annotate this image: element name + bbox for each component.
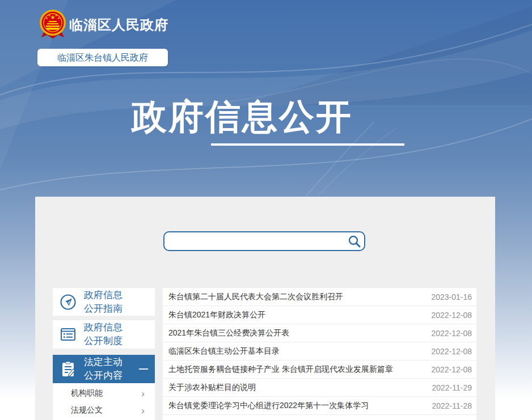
sidebar-subitem-agency-functions[interactable]: 机构职能 › [53,385,155,402]
article-row[interactable]: 关于涉农补贴栏目的说明 2022-11-29 [163,379,476,397]
sidebar-item-label: 公开指南 [84,302,123,316]
article-title[interactable]: 朱台镇2021年财政决算公开 [168,310,424,320]
article-date: 2023-01-16 [431,292,472,302]
article-title[interactable]: 土地托管服务耦合链接种子产业 朱台镇开启现代农业发展新篇章 [168,364,424,375]
subitem-label: 机构职能 [71,388,103,398]
article-date: 2022-11-29 [432,383,472,392]
sidebar-item-statutory-disclosure[interactable]: 法定主动 公开内容 — [53,355,155,383]
svg-text:★: ★ [48,14,51,17]
article-date: 2022-12-08 [431,311,472,320]
sidebar-item-label: 政府信息 [84,321,123,334]
sidebar-submenu: 机构职能 › 法规公文 › [53,383,155,420]
article-list: 朱台镇第二十届人民代表大会第二次会议胜利召开 2023-01-16 朱台镇202… [163,288,476,420]
sidebar-item-label: 法定主动 [84,355,123,369]
sub-government-button[interactable]: 临淄区朱台镇人民政府 [37,49,168,66]
article-title[interactable]: 关于涉农补贴栏目的说明 [168,383,425,393]
chevron-right-icon: › [141,406,145,415]
sidebar-item-disclosure-guide[interactable]: 政府信息 公开指南 [53,288,155,316]
sidebar-subitem-regulations[interactable]: 法规公文 › [53,402,155,419]
article-row[interactable]: 朱台镇2021年财政决算公开 2022-12-08 [163,306,476,324]
compass-icon [58,292,78,312]
search-button[interactable] [345,232,364,250]
article-row[interactable]: 朱台镇党委理论学习中心组进行2022年第十一次集体学习 2022-11-28 [163,397,476,415]
sidebar-item-label: 政府信息 [84,289,123,302]
sidebar-item-disclosure-system[interactable]: 政府信息 公开制度 [53,320,155,349]
search-input[interactable] [164,232,345,250]
svg-text:★: ★ [57,16,60,20]
search-box [163,231,365,251]
article-date: 2022-12-08 [431,365,472,374]
collapse-minus-icon[interactable]: — [139,364,148,374]
article-row[interactable]: 2021年朱台镇三公经费决算公开表 2022-12-08 [163,324,476,342]
article-date: 2022-12-08 [431,347,472,356]
content-panel: 政府信息 公开指南 政府信息 公开制度 [35,197,495,420]
national-emblem-icon: ★ ★ ★ ★ ★ [39,9,67,40]
article-title[interactable]: 2021年朱台镇三公经费决算公开表 [168,328,424,338]
sidebar: 政府信息 公开指南 政府信息 公开制度 [53,288,155,420]
article-date: 2022-12-08 [431,329,472,338]
article-date: 2022-11-28 [432,401,472,410]
page-title: 政府信息公开 [0,93,484,141]
list-icon [58,325,78,344]
clipboard-pencil-icon [58,359,78,379]
chevron-right-icon: › [141,389,145,398]
sidebar-item-label: 公开内容 [84,369,123,383]
article-title[interactable]: 临淄区朱台镇主动公开基本目录 [168,346,424,357]
article-row[interactable]: 临淄区朱台镇主动公开基本目录 2022-12-08 [163,342,476,360]
magnifier-icon [347,234,362,249]
subitem-label: 法规公文 [71,405,103,415]
sidebar-item-label: 公开制度 [84,334,123,348]
article-row[interactable]: 土地托管服务耦合链接种子产业 朱台镇开启现代农业发展新篇章 2022-12-08 [163,360,476,379]
article-title[interactable]: 朱台镇第二十届人民代表大会第二次会议胜利召开 [168,292,424,302]
title-underline [211,143,404,146]
article-row[interactable]: 朱台镇第二十届人民代表大会第二次会议胜利召开 2023-01-16 [163,288,476,306]
site-name: 临淄区人民政府 [69,16,168,34]
article-title[interactable]: 朱台镇党委理论学习中心组进行2022年第十一次集体学习 [168,401,425,411]
